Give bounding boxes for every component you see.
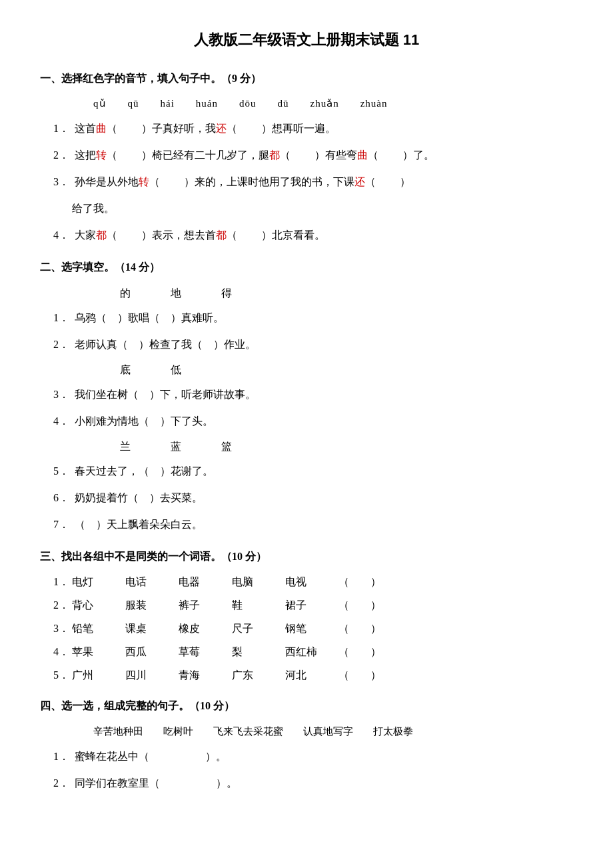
pinyin-5: dōu bbox=[239, 95, 257, 113]
s2-q2: 2． 老师认真（ ）检查了我（ ）作业。 bbox=[53, 334, 573, 355]
s1-q1: 1． 这首曲（ ）子真好听，我还（ ）想再听一遍。 bbox=[53, 118, 573, 139]
s3-row4: 4． 苹果 西瓜 草莓 梨 西红柿 （ ） bbox=[53, 643, 573, 662]
section-3-header: 三、找出各组中不是同类的一个词语。（10 分） bbox=[40, 547, 573, 567]
section-2-header: 二、选字填空。（14 分） bbox=[40, 258, 573, 277]
s2-choices-2: 底 低 bbox=[120, 361, 573, 380]
pinyin-4: huán bbox=[196, 95, 218, 113]
pinyin-1: qǔ bbox=[93, 95, 107, 113]
section-2: 二、选字填空。（14 分） 的 地 得 1． 乌鸦（ ）歌唱（ ）真难听。 2．… bbox=[40, 258, 573, 535]
pinyin-8: zhuàn bbox=[360, 95, 388, 113]
section-1-header: 一、选择红色字的音节，填入句子中。（9 分） bbox=[40, 69, 573, 89]
s2-choices-3: 兰 蓝 篮 bbox=[120, 437, 573, 457]
section-3: 三、找出各组中不是同类的一个词语。（10 分） 1． 电灯 电话 电器 电脑 电… bbox=[40, 547, 573, 685]
s2-choices-1: 的 地 得 bbox=[120, 284, 573, 303]
pinyin-2: qū bbox=[128, 95, 139, 113]
s3-row5: 5． 广州 四川 青海 广东 河北 （ ） bbox=[53, 666, 573, 685]
s1-q2: 2． 这把转（ ）椅已经有二十几岁了，腿都（ ）有些弯曲（ ）了。 bbox=[53, 145, 573, 166]
pinyin-row: qǔ qū hái huán dōu dū zhuǎn zhuàn bbox=[93, 95, 573, 113]
pinyin-3: hái bbox=[161, 95, 175, 113]
pinyin-6: dū bbox=[278, 95, 289, 113]
s2-q7: 7． （ ）天上飘着朵朵白云。 bbox=[53, 514, 573, 535]
s2-q6: 6． 奶奶提着竹（ ）去买菜。 bbox=[53, 487, 573, 509]
s3-row2: 2． 背心 服装 裤子 鞋 裙子 （ ） bbox=[53, 596, 573, 615]
s2-q4: 4． 小刚难为情地（ ）下了头。 bbox=[53, 411, 573, 432]
s1-q4: 4． 大家都（ ）表示，想去首都（ ）北京看看。 bbox=[53, 225, 573, 246]
s4-q1: 1． 蜜蜂在花丛中（ ）。 bbox=[53, 746, 573, 767]
pinyin-7: zhuǎn bbox=[310, 95, 339, 113]
s3-row3: 3． 铅笔 课桌 橡皮 尺子 钢笔 （ ） bbox=[53, 619, 573, 639]
s3-row1: 1． 电灯 电话 电器 电脑 电视 （ ） bbox=[53, 573, 573, 592]
section-4: 四、选一选，组成完整的句子。（10 分） 辛苦地种田 吃树叶 飞来飞去采花蜜 认… bbox=[40, 697, 573, 794]
section-1: 一、选择红色字的音节，填入句子中。（9 分） qǔ qū hái huán dō… bbox=[40, 69, 573, 247]
s2-q1: 1． 乌鸦（ ）歌唱（ ）真难听。 bbox=[53, 307, 573, 329]
s2-q5: 5． 春天过去了，（ ）花谢了。 bbox=[53, 461, 573, 482]
s1-q3-cont: 给了我。 bbox=[72, 198, 573, 219]
s4-q2: 2． 同学们在教室里（ ）。 bbox=[53, 773, 573, 794]
page-title: 人教版二年级语文上册期末试题 11 bbox=[40, 27, 573, 53]
s1-q3: 3． 孙华是从外地转（ ）来的，上课时他用了我的书，下课还（ ） bbox=[53, 171, 573, 193]
section-4-header: 四、选一选，组成完整的句子。（10 分） bbox=[40, 697, 573, 716]
s2-q3: 3． 我们坐在树（ ）下，听老师讲故事。 bbox=[53, 384, 573, 405]
s4-choices: 辛苦地种田 吃树叶 飞来飞去采花蜜 认真地写字 打太极拳 bbox=[93, 723, 573, 741]
